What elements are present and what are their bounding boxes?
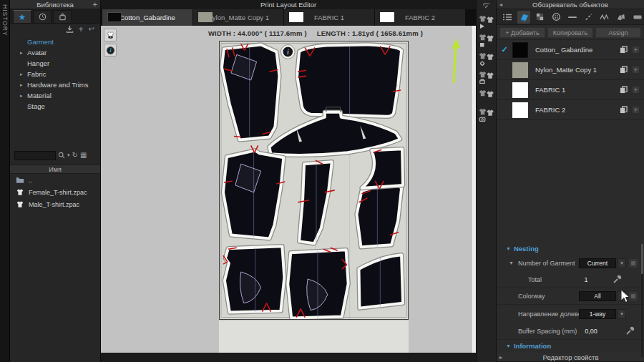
pin-icon[interactable]: ◂ bbox=[499, 0, 502, 9]
add-colorway-icon[interactable] bbox=[632, 106, 640, 114]
row-total: Total 1 bbox=[497, 271, 644, 288]
fabric-roll-extension bbox=[219, 321, 409, 353]
pattern-pieces[interactable]: i bbox=[220, 41, 408, 319]
wrench-icon[interactable] bbox=[613, 275, 622, 284]
caret-down-icon[interactable]: ▾ bbox=[618, 258, 626, 268]
object-swatch[interactable] bbox=[512, 62, 528, 78]
library-tab-history[interactable] bbox=[33, 10, 52, 23]
nesting-canvas[interactable]: i WIDTH : 44.000" ( 1117.6mm )LENGTH : 1… bbox=[101, 26, 477, 353]
section-information[interactable]: ▼ Information bbox=[497, 339, 644, 351]
search-icon[interactable] bbox=[58, 152, 65, 159]
expand-arrow-icon[interactable]: ▸ bbox=[20, 93, 27, 99]
button-objects-icon[interactable] bbox=[550, 11, 563, 24]
undo-icon[interactable]: ↩ bbox=[89, 26, 94, 33]
fabric-objects-icon[interactable] bbox=[517, 11, 531, 24]
wrench-icon[interactable] bbox=[625, 326, 635, 336]
property-scrollbar[interactable] bbox=[641, 244, 643, 357]
fold-objects-icon[interactable] bbox=[615, 11, 628, 24]
expand-arrow-icon[interactable]: ▸ bbox=[20, 50, 27, 56]
object-row-nylon-matte[interactable]: Nylon_Matte Copy 1 bbox=[497, 60, 644, 80]
library-add-icon[interactable]: + bbox=[93, 0, 97, 9]
add-object-button[interactable]: + Добавить bbox=[499, 27, 545, 38]
scene-list-icon[interactable] bbox=[501, 11, 514, 24]
caret-down-icon[interactable]: ▾ bbox=[618, 309, 626, 319]
duplicate-icon[interactable] bbox=[620, 46, 628, 54]
add-colorway-icon[interactable] bbox=[632, 66, 640, 74]
total-value[interactable]: 1 bbox=[570, 276, 602, 283]
tree-item-hardware-and-trims[interactable]: ▸Hardware and Trims bbox=[10, 79, 100, 90]
object-swatch[interactable] bbox=[512, 102, 528, 118]
library-tab-favorites[interactable]: ★ bbox=[13, 10, 31, 23]
info-toggle-button[interactable]: i bbox=[104, 44, 117, 57]
fabric-tab-nylon-matte[interactable]: Nylon_Matte Copy 1 bbox=[193, 9, 283, 26]
add-colorway-icon[interactable] bbox=[632, 86, 640, 94]
refresh-icon[interactable]: ↻ bbox=[72, 152, 78, 159]
collapse-icon[interactable]: ▼ bbox=[509, 260, 514, 265]
tree-item-stage[interactable]: Stage bbox=[10, 101, 100, 112]
library-tabs: ★ bbox=[10, 9, 100, 24]
add-item-icon[interactable]: + bbox=[79, 26, 84, 33]
duplicate-icon[interactable] bbox=[620, 86, 628, 94]
grain-direction-select[interactable]: 1-way bbox=[579, 309, 616, 319]
duplicate-icon[interactable] bbox=[620, 66, 628, 74]
copy-object-button[interactable]: Копировать bbox=[547, 27, 593, 38]
file-item-up[interactable]: .. bbox=[10, 174, 100, 186]
property-editor-header: ▸ Редактор свойств bbox=[497, 353, 644, 362]
nesting-tool-print-button[interactable] bbox=[478, 70, 495, 86]
fabric-tab-fabric1[interactable]: FABRIC 1 bbox=[284, 9, 374, 26]
library-tab-store[interactable] bbox=[53, 10, 72, 23]
object-swatch[interactable] bbox=[512, 42, 528, 58]
zipper-objects-icon[interactable] bbox=[566, 11, 580, 24]
colorway-select[interactable]: All bbox=[579, 291, 616, 301]
annotation-arrow bbox=[449, 38, 462, 85]
nesting-tool-play-button[interactable] bbox=[478, 14, 495, 30]
object-row-cotton-gabardine[interactable]: ✓ Cotton_ Gabardine bbox=[497, 40, 644, 60]
garment-eye-icon bbox=[106, 31, 115, 39]
tree-item-hanger[interactable]: Hanger bbox=[10, 58, 100, 69]
fabric-tab-bar: Cotton_Gabardine Nylon_Matte Copy 1 FABR… bbox=[101, 9, 476, 26]
nesting-tool-square-button[interactable] bbox=[478, 33, 495, 49]
tree-item-avatar[interactable]: ▸Avatar bbox=[10, 47, 100, 58]
scrollbar-thumb[interactable] bbox=[641, 244, 643, 274]
file-item-female-tshirt[interactable]: Female_T-shirt.zpac bbox=[10, 186, 100, 198]
assign-object-button[interactable]: Assign bbox=[595, 27, 641, 38]
link-icon[interactable] bbox=[629, 259, 638, 268]
nesting-tool-garments-button[interactable] bbox=[478, 89, 495, 104]
expand-arrow-icon[interactable]: ▸ bbox=[20, 72, 27, 77]
buffer-spacing-value[interactable]: 0,00 bbox=[575, 328, 607, 335]
file-list-header[interactable]: Имя bbox=[10, 165, 100, 174]
fabric-sheet[interactable]: i bbox=[219, 41, 409, 320]
file-item-male-tshirt[interactable]: Male_T-shirt.zpac bbox=[10, 198, 100, 210]
topstitch-objects-icon[interactable] bbox=[582, 11, 595, 24]
library-search-row: ▾ ↻ ▦ bbox=[10, 149, 100, 162]
history-panel-tab[interactable]: HISTORY bbox=[0, 0, 10, 362]
search-input[interactable] bbox=[14, 151, 56, 160]
library-header: Библиотека + bbox=[10, 0, 100, 9]
download-icon[interactable] bbox=[66, 25, 74, 33]
fabric-tab-cotton-gabardine[interactable]: Cotton_Gabardine bbox=[102, 9, 192, 26]
expand-panel-icon[interactable] bbox=[483, 3, 490, 9]
add-colorway-icon[interactable] bbox=[632, 46, 640, 54]
number-of-garment-select[interactable]: Current bbox=[579, 258, 616, 268]
label-objects-icon[interactable] bbox=[630, 11, 644, 24]
show-garment-toggle-button[interactable] bbox=[104, 29, 117, 41]
pin-icon[interactable]: ▸ bbox=[499, 353, 502, 362]
tree-item-material[interactable]: ▸Material bbox=[10, 90, 100, 101]
tree-item-garment[interactable]: Garment bbox=[10, 36, 100, 47]
nesting-tool-gear-button[interactable] bbox=[478, 52, 495, 67]
section-nesting[interactable]: ▼ Nesting bbox=[497, 243, 644, 255]
expand-arrow-icon[interactable]: ▸ bbox=[20, 82, 27, 88]
nesting-tool-camera-button[interactable] bbox=[478, 107, 495, 123]
object-swatch[interactable] bbox=[512, 82, 528, 98]
duplicate-icon[interactable] bbox=[620, 106, 628, 114]
puckering-objects-icon[interactable] bbox=[598, 11, 612, 24]
row-buffer-spacing: Buffer Spacing (mm) 0,00 bbox=[497, 323, 644, 339]
search-options-caret-icon[interactable]: ▾ bbox=[67, 152, 70, 159]
fabric-tab-fabric2[interactable]: FABRIC 2 bbox=[375, 9, 465, 26]
folder-icon bbox=[16, 176, 24, 184]
tree-item-fabric[interactable]: ▸Fabric bbox=[10, 69, 100, 79]
graphic-objects-icon[interactable] bbox=[533, 11, 547, 24]
object-row-fabric1[interactable]: FABRIC 1 bbox=[497, 80, 644, 100]
grid-view-icon[interactable]: ▦ bbox=[80, 152, 87, 159]
object-row-fabric2[interactable]: FABRIC 2 bbox=[497, 100, 644, 120]
